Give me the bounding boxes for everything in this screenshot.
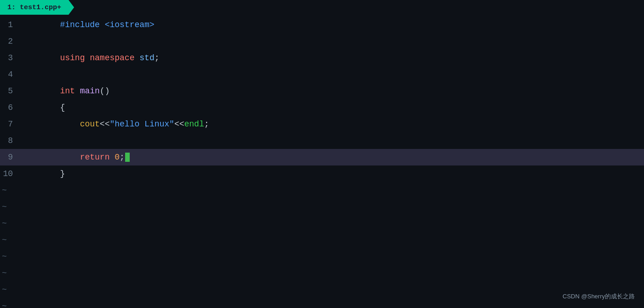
code-line-7: 7 cout<<"hello Linux"<<endl; [0, 116, 644, 132]
watermark: CSDN @Sherry的成长之路 [563, 292, 635, 301]
line-number-3: 3 [0, 53, 18, 63]
line-number-8: 8 [0, 136, 18, 145]
tab-label: 1: test1.cpp+ [7, 4, 61, 11]
code-line-3: 3 using namespace std; [0, 50, 644, 66]
line-content-7: cout<<"hello Linux"<<endl; [18, 110, 644, 138]
line-number-1: 1 [0, 20, 18, 29]
code-line-1: 1 #include <iostream> [0, 17, 644, 33]
code-line-10: 10 } [0, 165, 644, 182]
tilde-line-3: ~ [0, 215, 644, 232]
tilde-line-7: ~ [0, 281, 644, 298]
line-number-7: 7 [0, 120, 18, 129]
line-number-6: 6 [0, 103, 18, 112]
line-content-1: #include <iostream> [18, 15, 644, 39]
tilde-line-4: ~ [0, 232, 644, 248]
line-content-10: } [18, 160, 644, 188]
tilde-line-6: ~ [0, 265, 644, 281]
tilde-line-5: ~ [0, 248, 644, 265]
line-number-5: 5 [0, 86, 18, 96]
tilde-line-8: ~ [0, 298, 644, 308]
tilde-line-2: ~ [0, 199, 644, 215]
active-tab[interactable]: 1: test1.cpp+ [0, 0, 74, 15]
line-number-4: 4 [0, 70, 18, 79]
editor-container: 1: test1.cpp+ 1 #include <iostream> 2 3 … [0, 0, 644, 308]
line-number-2: 2 [0, 37, 18, 46]
code-area: 1 #include <iostream> 2 3 using namespac… [0, 15, 644, 308]
line-number-10: 10 [0, 169, 18, 178]
line-content-3: using namespace std; [18, 44, 644, 72]
watermark-text: CSDN @Sherry的成长之路 [563, 293, 635, 300]
tab-bar: 1: test1.cpp+ [0, 0, 644, 15]
line-number-9: 9 [0, 153, 18, 162]
